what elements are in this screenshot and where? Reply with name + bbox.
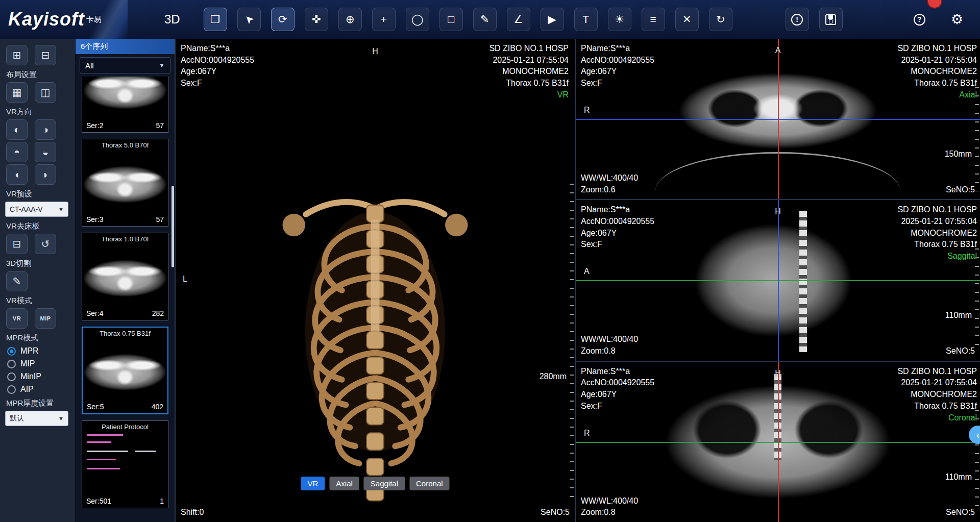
content-row: ⊞ ⊟ 布局设置 ▦ ◫ VR方向 ◐ ◑ ◓ ◒ ◖ ◗ VR预设 bbox=[0, 39, 980, 522]
series-item-4[interactable]: Thorax 1.0 B70f Ser:4 282 bbox=[82, 233, 168, 320]
viewport-saggital[interactable]: PName:S***a AccNO:0004920555 Age:067Y Se… bbox=[576, 200, 980, 361]
cut-3d-button[interactable]: ✎ bbox=[6, 271, 28, 291]
series-item-5-selected[interactable]: Thorax 0.75 B31f Ser:5 402 bbox=[82, 327, 168, 414]
saggital-window-info: WW/WL:400/40 Zoom:0.8 bbox=[581, 334, 638, 357]
view-button-coronal[interactable]: Coronal bbox=[409, 477, 450, 490]
coronal-window-info: WW/WL:400/40 Zoom:0.8 bbox=[581, 495, 638, 518]
zoom-value: Zoom:0.8 bbox=[581, 507, 638, 518]
crosshair-vertical[interactable] bbox=[778, 200, 779, 360]
view-button-axial[interactable]: Axial bbox=[329, 477, 359, 490]
series-ser-label: Ser:501 bbox=[86, 497, 111, 505]
series-description: Thorax 0.75 B31f bbox=[897, 401, 977, 412]
cine-tool-button[interactable]: ▶ bbox=[541, 8, 564, 31]
orientation-letter-top: H bbox=[775, 207, 781, 216]
crosshair-vertical[interactable] bbox=[778, 39, 779, 199]
vr-bed-removal-label: VR去床板 bbox=[6, 221, 70, 231]
save-tool-button[interactable] bbox=[819, 8, 843, 31]
orient-left-button[interactable]: ◖ bbox=[6, 164, 28, 185]
patient-sex: Sex:F bbox=[581, 78, 654, 89]
radio-minip[interactable]: MinIP bbox=[7, 372, 70, 381]
vr-preset-value: CT-AAA-V bbox=[10, 205, 43, 213]
axial-patient-info: PName:S***a AccNO:0004920555 Age:067Y Se… bbox=[581, 43, 654, 89]
series-description: Thorax 0.75 B31f bbox=[897, 239, 977, 251]
series-scrollbar-thumb[interactable] bbox=[172, 186, 174, 267]
bed-remove-button[interactable]: ⊟ bbox=[6, 234, 28, 254]
view-button-vr[interactable]: VR bbox=[301, 477, 325, 490]
orient-foot-button[interactable]: ◒ bbox=[35, 142, 56, 162]
bed-reset-icon: ↺ bbox=[41, 238, 50, 250]
coronal-study-info: SD ZIBO NO.1 HOSP 2025-01-21 07:55:04 MO… bbox=[897, 366, 977, 424]
layout-quad-button[interactable]: ▦ bbox=[6, 82, 28, 103]
window-level-value: WW/WL:400/40 bbox=[581, 495, 638, 507]
rotate-tool-button[interactable]: ⟳ bbox=[271, 8, 295, 31]
orient-posterior-button[interactable]: ◑ bbox=[35, 119, 56, 140]
radio-mip[interactable]: MIP bbox=[7, 359, 70, 368]
layout-split-icon: ◫ bbox=[41, 86, 51, 98]
series-ser-label: Ser:4 bbox=[86, 309, 103, 317]
layout-split-button[interactable]: ◫ bbox=[35, 82, 56, 103]
alert-tool-button[interactable]: ! bbox=[786, 8, 809, 31]
crosshair-icon: + bbox=[381, 13, 387, 26]
window-level-value: WW/WL:400/40 bbox=[581, 172, 638, 184]
orient-foot-icon: ◒ bbox=[42, 146, 48, 158]
zoom-in-tool-button[interactable]: ⊕ bbox=[338, 8, 362, 31]
text-tool-button[interactable]: T bbox=[574, 8, 598, 31]
crosshair-vertical[interactable] bbox=[778, 362, 779, 522]
orient-head-button[interactable]: ◓ bbox=[6, 142, 28, 162]
mip-mode-icon: MIP bbox=[40, 315, 51, 321]
vr-preset-select[interactable]: CT-AAA-V ▼ bbox=[5, 202, 68, 217]
series-title: Thorax 0.75 B31f bbox=[83, 330, 167, 337]
ellipse-tool-button[interactable]: ◯ bbox=[406, 8, 429, 31]
angle-icon: ∠ bbox=[513, 13, 523, 26]
series-item-2[interactable]: Ser:2 57 bbox=[82, 77, 168, 133]
help-button[interactable]: ? bbox=[908, 8, 931, 31]
window-level-tool-button[interactable]: ≡ bbox=[642, 8, 665, 31]
orientation-letter-left: R bbox=[584, 106, 590, 115]
vr-mode-button[interactable]: VR bbox=[6, 308, 28, 329]
angle-tool-button[interactable]: ∠ bbox=[507, 8, 530, 31]
series-item-3[interactable]: Thorax 5.0 B70f Ser:3 57 bbox=[82, 139, 168, 227]
viewport-coronal[interactable]: PName:S***a AccNO:0004920555 Age:067Y Se… bbox=[576, 362, 980, 522]
rect-tool-button[interactable]: □ bbox=[439, 8, 463, 31]
delete-tool-button[interactable]: ✕ bbox=[675, 8, 699, 31]
orient-right-button[interactable]: ◗ bbox=[35, 164, 56, 185]
crosshair-tool-button[interactable]: + bbox=[372, 8, 396, 31]
rotate-icon: ⟳ bbox=[278, 13, 287, 26]
zoom-value: Zoom:0.6 bbox=[581, 184, 638, 196]
series-filter-select[interactable]: All ▼ bbox=[80, 57, 170, 73]
radio-mpr[interactable]: MPR bbox=[7, 346, 70, 356]
pencil-icon: ✎ bbox=[480, 13, 489, 26]
cursor-tool-button[interactable]: ➤ bbox=[237, 8, 261, 31]
hospital-name: SD ZIBO NO.1 HOSP bbox=[897, 204, 977, 216]
photometric: MONOCHROME2 bbox=[897, 66, 977, 78]
mip-mode-button[interactable]: MIP bbox=[35, 308, 56, 329]
brightness-tool-button[interactable]: ☀ bbox=[608, 8, 631, 31]
layout-settings-label: 布局设置 bbox=[6, 70, 70, 80]
scale-label: 150mm bbox=[945, 150, 972, 159]
vr-patient-info: PName:S***a AccNO:0004920555 Age:067Y Se… bbox=[181, 43, 254, 89]
settings-button[interactable]: ⚙ bbox=[945, 8, 969, 31]
orient-anterior-button[interactable]: ◐ bbox=[6, 119, 28, 140]
cursor-icon: ➤ bbox=[241, 12, 256, 27]
reset-tool-button[interactable]: ↻ bbox=[709, 8, 732, 31]
pan-tool-button[interactable]: ✜ bbox=[305, 8, 328, 31]
patient-name: PName:S***a bbox=[581, 204, 654, 216]
vr-cube-tool-button[interactable]: ❐ bbox=[204, 8, 227, 31]
viewport-axial[interactable]: PName:S***a AccNO:0004920555 Age:067Y Se… bbox=[576, 39, 980, 200]
radio-aip[interactable]: AIP bbox=[7, 385, 70, 394]
toolbar-tools: ❐ ➤ ⟳ ✜ ⊕ + ◯ □ ✎ ∠ ▶ T ☀ ≡ ✕ ↻ ! bbox=[204, 8, 843, 31]
scale-ruler bbox=[570, 184, 574, 498]
mpr-thickness-select[interactable]: 默认 ▼ bbox=[5, 411, 68, 426]
layout-grid-b-button[interactable]: ⊟ bbox=[35, 45, 56, 65]
pan-icon: ✜ bbox=[312, 13, 321, 26]
bed-reset-button[interactable]: ↺ bbox=[35, 234, 56, 254]
mpr-thickness-value: 默认 bbox=[10, 414, 24, 423]
viewport-vr[interactable]: PName:S***a AccNO:0004920555 Age:067Y Se… bbox=[176, 39, 576, 522]
measure-tool-button[interactable]: ✎ bbox=[473, 8, 497, 31]
layout-grid-a-button[interactable]: ⊞ bbox=[6, 45, 28, 65]
save-disk-icon bbox=[825, 14, 836, 25]
chevron-down-icon: ▼ bbox=[58, 206, 64, 212]
view-button-saggital[interactable]: Saggital bbox=[364, 477, 405, 490]
series-item-501[interactable]: Patient Protocol Ser:501 1 bbox=[82, 420, 168, 508]
series-count-label: 57 bbox=[156, 121, 164, 130]
